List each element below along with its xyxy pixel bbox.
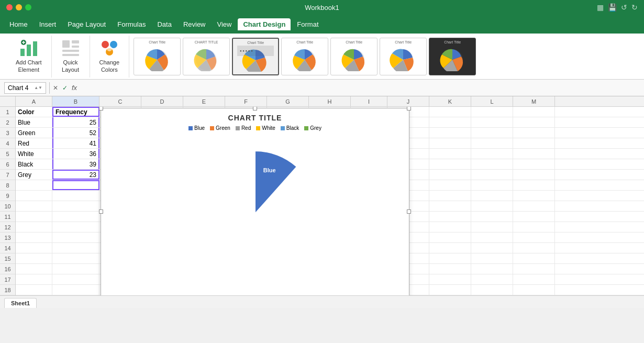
cell-m15[interactable]	[513, 253, 555, 263]
cell-a14[interactable]	[16, 243, 52, 253]
cell-m5[interactable]	[513, 149, 555, 159]
cell-l6[interactable]	[471, 159, 513, 169]
cell-l12[interactable]	[471, 222, 513, 232]
cell-l14[interactable]	[471, 243, 513, 253]
cell-l13[interactable]	[471, 233, 513, 242]
col-header-m[interactable]: M	[513, 96, 555, 106]
cell-a2[interactable]: Blue	[16, 117, 52, 127]
col-header-k[interactable]: K	[429, 96, 471, 106]
cell-k12[interactable]	[429, 222, 471, 232]
chart-handle-mr[interactable]	[407, 209, 411, 214]
add-chart-element-button[interactable]: Add ChartElement	[13, 37, 45, 75]
cell-k13[interactable]	[429, 233, 471, 242]
row-header-4[interactable]: 4	[0, 138, 15, 149]
cell-m18[interactable]	[513, 285, 555, 295]
row-header-3[interactable]: 3	[0, 128, 15, 138]
cell-k4[interactable]	[429, 138, 471, 148]
cell-b17[interactable]	[52, 274, 99, 284]
cell-m17[interactable]	[513, 274, 555, 284]
cell-a1[interactable]: Color	[16, 107, 52, 117]
cell-m7[interactable]	[513, 170, 555, 180]
cell-b18[interactable]	[52, 285, 99, 295]
change-colors-button[interactable]: ChangeColors	[96, 37, 123, 75]
cell-a5[interactable]: White	[16, 149, 52, 159]
menu-insert[interactable]: Insert	[34, 18, 62, 30]
cell-m14[interactable]	[513, 243, 555, 253]
cell-k10[interactable]	[429, 201, 471, 211]
cell-m13[interactable]	[513, 233, 555, 242]
cell-k5[interactable]	[429, 149, 471, 159]
formula-confirm-icon[interactable]: ✓	[62, 84, 68, 92]
row-header-12[interactable]: 12	[0, 222, 15, 233]
row-header-11[interactable]: 11	[0, 212, 15, 222]
chart-style-2[interactable]: CHART TITLE	[183, 38, 230, 75]
undo-icon[interactable]: ↺	[621, 3, 627, 12]
cell-a13[interactable]	[16, 233, 52, 242]
cell-a3[interactable]: Green	[16, 128, 52, 138]
cell-m9[interactable]	[513, 191, 555, 201]
row-header-14[interactable]: 14	[0, 243, 15, 253]
cell-m6[interactable]	[513, 159, 555, 169]
row-header-13[interactable]: 13	[0, 233, 15, 243]
menu-home[interactable]: Home	[4, 18, 33, 30]
menu-review[interactable]: Review	[178, 18, 211, 30]
cell-b2[interactable]: 25	[52, 117, 99, 127]
cell-k9[interactable]	[429, 191, 471, 201]
cell-b15[interactable]	[52, 253, 99, 263]
chart-title[interactable]: CHART TITLE	[228, 114, 282, 122]
cell-l8[interactable]	[471, 180, 513, 190]
col-header-b[interactable]: B	[52, 96, 99, 106]
col-header-l[interactable]: L	[471, 96, 513, 106]
cell-b6[interactable]: 39	[52, 159, 99, 169]
chart-style-3[interactable]: Chart Title ● ● ● ● ●	[232, 38, 279, 75]
cell-a18[interactable]	[16, 285, 52, 295]
menu-page-layout[interactable]: Page Layout	[62, 18, 111, 30]
formula-cancel-icon[interactable]: ✕	[53, 84, 58, 92]
cell-b16[interactable]	[52, 264, 99, 274]
chart-style-1[interactable]: Chart Title	[134, 38, 181, 75]
row-header-5[interactable]: 5	[0, 149, 15, 159]
cell-b4[interactable]: 41	[52, 138, 99, 148]
cell-k1[interactable]	[429, 107, 471, 117]
cell-m4[interactable]	[513, 138, 555, 148]
cell-l4[interactable]	[471, 138, 513, 148]
cell-b10[interactable]	[52, 201, 99, 211]
cell-k14[interactable]	[429, 243, 471, 253]
cell-l7[interactable]	[471, 170, 513, 180]
cell-a16[interactable]	[16, 264, 52, 274]
cell-a7[interactable]: Grey	[16, 170, 52, 180]
chart-handle-ml[interactable]	[99, 209, 103, 214]
cell-l10[interactable]	[471, 201, 513, 211]
col-header-h[interactable]: H	[309, 96, 351, 106]
col-header-d[interactable]: D	[141, 96, 183, 106]
cell-l11[interactable]	[471, 212, 513, 222]
cell-k17[interactable]	[429, 274, 471, 284]
cell-b14[interactable]	[52, 243, 99, 253]
cell-b3[interactable]: 52	[52, 128, 99, 138]
row-header-17[interactable]: 17	[0, 274, 15, 285]
cell-a15[interactable]	[16, 253, 52, 263]
menu-chart-design[interactable]: Chart Design	[238, 18, 291, 30]
col-header-a[interactable]: A	[16, 96, 52, 106]
chart-handle-tl[interactable]	[99, 107, 103, 110]
cell-l2[interactable]	[471, 117, 513, 127]
sheet-tab-1[interactable]: Sheet1	[4, 298, 37, 308]
cell-l5[interactable]	[471, 149, 513, 159]
row-header-2[interactable]: 2	[0, 117, 15, 128]
cell-k18[interactable]	[429, 285, 471, 295]
menu-formulas[interactable]: Formulas	[112, 18, 151, 30]
chart-handle-tr[interactable]	[407, 107, 411, 110]
cell-b8[interactable]	[52, 180, 99, 190]
col-header-f[interactable]: F	[225, 96, 267, 106]
col-header-e[interactable]: E	[183, 96, 225, 106]
formula-fx-icon[interactable]: fx	[72, 84, 77, 92]
cell-m1[interactable]	[513, 107, 555, 117]
cell-l15[interactable]	[471, 253, 513, 263]
cell-b13[interactable]	[52, 233, 99, 242]
cell-m3[interactable]	[513, 128, 555, 138]
cell-m10[interactable]	[513, 201, 555, 211]
cell-l18[interactable]	[471, 285, 513, 295]
col-header-g[interactable]: G	[267, 96, 309, 106]
cell-b11[interactable]	[52, 212, 99, 222]
cell-m16[interactable]	[513, 264, 555, 274]
